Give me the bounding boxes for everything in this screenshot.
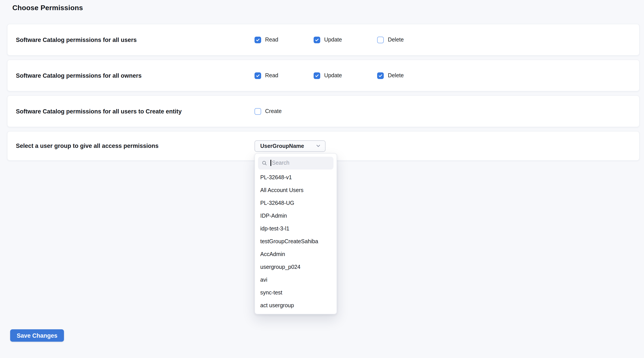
checkbox-label: Update [324, 37, 342, 43]
checkbox-read[interactable] [254, 72, 261, 79]
user-group-dropdown-panel: Search PL-32648-v1All Account UsersPL-32… [254, 153, 337, 314]
card-create-entity-permission: Software Catalog permissions for all use… [7, 95, 640, 127]
checkbox-label: Create [265, 108, 282, 114]
user-group-selected-value: UserGroupName [260, 143, 304, 149]
user-group-option[interactable]: sync-test [258, 286, 334, 299]
checkbox-group: ReadUpdateDelete [254, 37, 404, 43]
page-title: Choose Permissions [12, 4, 83, 12]
checkbox-item: Create [254, 108, 282, 115]
checkbox-label: Delete [388, 37, 404, 43]
checkbox-item: Update [314, 37, 342, 43]
user-group-options-list: PL-32648-v1All Account UsersPL-32648-UGI… [258, 171, 334, 312]
checkbox-update[interactable] [314, 72, 320, 79]
search-input[interactable]: Search [258, 157, 334, 169]
chevron-down-icon [316, 143, 321, 149]
checkbox-read[interactable] [254, 37, 261, 43]
card-all-owners-permissions: Software Catalog permissions for all own… [7, 60, 640, 91]
checkbox-group: ReadUpdateDelete [254, 72, 404, 79]
checkbox-delete[interactable] [377, 72, 384, 79]
checkbox-group: Create [254, 108, 282, 115]
card-label: Select a user group to give all access p… [16, 143, 254, 149]
checkbox-item: Read [254, 72, 278, 79]
search-placeholder: Search [272, 160, 289, 166]
checkbox-label: Read [265, 72, 278, 79]
text-caret [270, 160, 271, 166]
card-label: Software Catalog permissions for all own… [16, 72, 254, 79]
checkbox-item: Update [314, 72, 342, 79]
user-group-select-button[interactable]: UserGroupName [254, 140, 326, 152]
card-all-users-permissions: Software Catalog permissions for all use… [7, 24, 640, 56]
user-group-option[interactable]: All Account Users [258, 184, 334, 197]
user-group-option[interactable]: testGroupCreateSahiba [258, 235, 334, 248]
checkbox-item: Delete [377, 37, 404, 43]
save-changes-button[interactable]: Save Changes [10, 329, 64, 342]
checkbox-label: Update [324, 72, 342, 79]
user-group-option[interactable]: PL-32648-UG [258, 197, 334, 209]
permission-cards: Software Catalog permissions for all use… [7, 24, 640, 165]
checkbox-item: Read [254, 37, 278, 43]
card-label: Software Catalog permissions for all use… [16, 108, 254, 115]
search-icon [262, 160, 267, 166]
checkbox-item: Delete [377, 72, 404, 79]
checkbox-delete[interactable] [377, 37, 384, 43]
user-group-option[interactable]: IDP-Admin [258, 209, 334, 222]
card-user-group-select: Select a user group to give all access p… [7, 131, 640, 161]
user-group-option[interactable]: avi [258, 273, 334, 286]
user-group-option[interactable]: PL-32648-v1 [258, 171, 334, 184]
user-group-option[interactable]: act usergroup [258, 299, 334, 312]
checkbox-create[interactable] [254, 108, 261, 115]
checkbox-label: Read [265, 37, 278, 43]
choose-permissions-page: Choose Permissions Software Catalog perm… [0, 0, 644, 358]
card-label: Software Catalog permissions for all use… [16, 37, 254, 43]
user-group-option[interactable]: idp-test-3-l1 [258, 222, 334, 235]
user-group-dropdown: UserGroupName Search P [254, 140, 326, 152]
user-group-option[interactable]: AccAdmin [258, 248, 334, 261]
checkbox-update[interactable] [314, 37, 320, 43]
checkbox-label: Delete [388, 72, 404, 79]
user-group-option[interactable]: usergroup_p024 [258, 261, 334, 273]
